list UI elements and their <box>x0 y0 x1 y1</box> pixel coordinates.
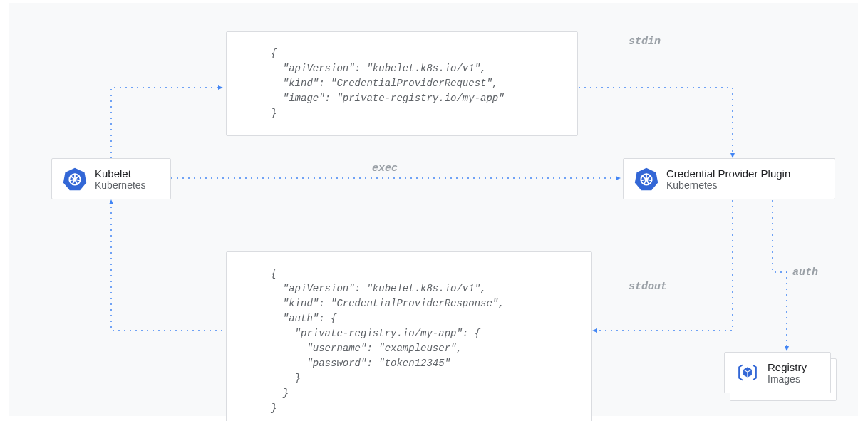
plugin-title: Credential Provider Plugin <box>666 167 790 180</box>
node-plugin: Credential Provider Plugin Kubernetes <box>623 158 835 199</box>
node-kubelet: Kubelet Kubernetes <box>51 158 171 199</box>
registry-title: Registry <box>768 361 807 373</box>
kubernetes-icon <box>62 166 88 192</box>
registry-icon <box>735 360 760 385</box>
kubelet-sub: Kubernetes <box>95 180 146 191</box>
code-request: { "apiVersion": "kubelet.k8s.io/v1", "ki… <box>226 31 578 136</box>
code-response: { "apiVersion": "kubelet.k8s.io/v1", "ki… <box>226 251 592 421</box>
registry-sub: Images <box>768 373 807 385</box>
node-registry: Registry Images <box>724 352 831 393</box>
kubelet-title: Kubelet <box>95 167 146 180</box>
label-stdin: stdin <box>629 36 661 48</box>
label-stdout: stdout <box>629 281 667 293</box>
label-auth: auth <box>792 266 818 279</box>
kubernetes-icon <box>634 166 659 192</box>
svg-point-19 <box>645 178 649 182</box>
label-exec: exec <box>372 162 398 175</box>
plugin-sub: Kubernetes <box>666 180 790 191</box>
svg-point-9 <box>73 178 77 182</box>
